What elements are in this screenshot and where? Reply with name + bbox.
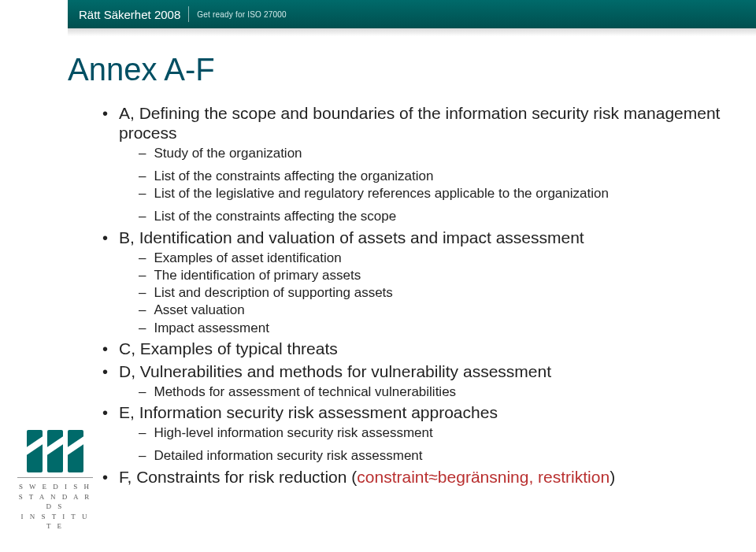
bullet-label: C, Examples of typical threats <box>119 339 338 359</box>
banner-title: Rätt Säkerhet 2008 <box>79 8 180 21</box>
top-banner: Rätt Säkerhet 2008 Get ready for ISO 270… <box>0 0 756 28</box>
sis-logo-mark <box>17 430 93 472</box>
dash-icon <box>139 168 146 184</box>
sub-bullet-item: Examples of asset identification <box>139 250 724 266</box>
sis-logo-line2: S T A N D A R D S <box>17 492 93 512</box>
bullet-dot-icon <box>102 468 108 487</box>
dash-icon <box>139 267 146 283</box>
sub-bullet-item: Study of the organization <box>139 145 724 161</box>
sub-bullet-label: List of the legislative and regulatory r… <box>154 185 608 202</box>
dash-icon <box>139 250 146 266</box>
dash-icon <box>139 424 146 441</box>
sub-bullet-item: High-level information security risk ass… <box>139 424 724 441</box>
sub-bullet-item: Methods for assessment of technical vuln… <box>139 383 724 400</box>
page-title: Annex A-F <box>68 52 737 87</box>
sub-bullet-label: List of the constraints affecting the sc… <box>154 208 396 224</box>
bullet-list: A, Defining the scope and boundaries of … <box>102 104 724 487</box>
dash-icon <box>139 208 146 224</box>
sub-bullet-label: Examples of asset identification <box>154 250 341 266</box>
bullet-dot-icon <box>102 339 108 359</box>
bullet-label: A, Defining the scope and boundaries of … <box>119 104 724 143</box>
bullet-item: A, Defining the scope and boundaries of … <box>102 104 724 225</box>
sub-bullet-item: List of the constraints affecting the sc… <box>139 208 724 224</box>
bullet-dot-icon <box>102 362 108 382</box>
bullet-label: F, Constraints for risk reduction (const… <box>119 468 615 487</box>
sub-bullet-item: Impact assessment <box>139 320 724 336</box>
bullet-item: F, Constraints for risk reduction (const… <box>102 468 724 487</box>
dash-icon <box>139 447 146 464</box>
dash-icon <box>139 320 146 336</box>
sub-bullet-item: Detailed information security risk asses… <box>139 447 724 464</box>
dash-icon <box>139 284 146 301</box>
bullet-item: B, Identification and valuation of asset… <box>102 228 724 336</box>
sub-bullet-label: Study of the organization <box>154 145 302 161</box>
banner-tagline: Get ready for ISO 27000 <box>197 10 287 19</box>
dash-icon <box>139 302 146 318</box>
bullet-item: C, Examples of typical threats <box>102 339 724 359</box>
bullet-item: D, Vulnerabilities and methods for vulne… <box>102 362 724 400</box>
sub-bullet-item: List and description of supporting asset… <box>139 284 724 301</box>
dash-icon <box>139 383 146 400</box>
sub-bullet-label: Detailed information security risk asses… <box>154 447 422 464</box>
sis-logo-line3: I N S T I T U T E <box>17 512 93 532</box>
bullet-label: E, Information security risk assessment … <box>119 403 498 423</box>
dash-icon <box>139 185 146 202</box>
bullet-item: E, Information security risk assessment … <box>102 403 724 465</box>
sis-logo-line1: S W E D I S H <box>17 482 93 492</box>
bullet-dot-icon <box>102 104 108 124</box>
dash-icon <box>139 145 146 161</box>
sub-bullet-item: Asset valuation <box>139 302 724 318</box>
sub-bullet-item: List of the legislative and regulatory r… <box>139 185 724 202</box>
sub-bullet-item: List of the constraints affecting the or… <box>139 168 724 184</box>
bullet-label: B, Identification and valuation of asset… <box>119 228 584 248</box>
sub-bullet-label: Asset valuation <box>154 302 244 318</box>
bullet-label: D, Vulnerabilities and methods for vulne… <box>119 362 551 382</box>
banner-separator <box>188 6 189 22</box>
sub-bullet-item: The identification of primary assets <box>139 267 724 283</box>
sub-bullet-label: Methods for assessment of technical vuln… <box>154 383 456 400</box>
bullet-dot-icon <box>102 228 108 248</box>
sub-bullet-label: High-level information security risk ass… <box>154 424 432 441</box>
sis-logo: S W E D I S H S T A N D A R D S I N S T … <box>17 430 93 532</box>
sub-bullet-label: List of the constraints affecting the or… <box>154 168 433 184</box>
bullet-dot-icon <box>102 403 108 423</box>
sub-bullet-label: List and description of supporting asset… <box>154 284 392 301</box>
sub-bullet-label: Impact assessment <box>154 320 269 336</box>
sub-bullet-label: The identification of primary assets <box>154 267 361 283</box>
